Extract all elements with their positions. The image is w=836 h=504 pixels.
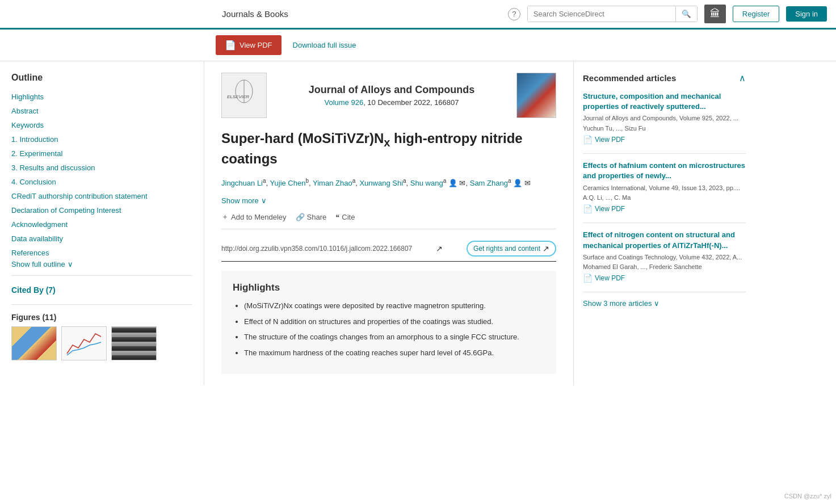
recommended-article-3: Effect of nitrogen content on structural… (583, 230, 746, 283)
sidebar-item-introduction[interactable]: 1. Introduction (11, 132, 192, 146)
chevron-down-icon: ∨ (68, 260, 73, 268)
quote-icon: ❝ (335, 213, 339, 221)
outline-title: Outline (11, 73, 192, 83)
search-button[interactable]: 🔍 (675, 6, 697, 22)
help-icon[interactable]: ? (508, 8, 520, 20)
rec-divider-1 (583, 153, 746, 154)
article-title: Super-hard (MoSiTiVZr)Nx high-entropy ni… (221, 129, 556, 167)
recommended-header: Recommended articles ∧ (583, 73, 746, 83)
highlight-item-4: The maximum hardness of the coating reac… (244, 347, 545, 359)
get-rights-link[interactable]: Get rights and content (473, 245, 540, 253)
view-pdf-button[interactable]: 📄 View PDF (216, 35, 282, 55)
right-panel: Recommended articles ∧ Structure, compos… (573, 61, 755, 385)
add-mendeley-link[interactable]: ＋ Add to Mendeley (221, 212, 287, 222)
journal-cover-image (517, 73, 556, 117)
get-rights-container: Get rights and content ↗ (467, 241, 556, 257)
rec-view-pdf-2[interactable]: 📄 View PDF (583, 204, 746, 213)
author-icons-shu: 👤 ✉ (448, 179, 466, 187)
subscript-x: x (384, 136, 390, 149)
svg-rect-0 (64, 328, 104, 359)
rec-article-authors-1: Yuchun Tu, ..., Sizu Fu (583, 124, 746, 133)
rec-article-journal-1: Journal of Alloys and Compounds, Volume … (583, 114, 746, 123)
doi-link[interactable]: http://doi.org.zzulib.vpn358.com/10.1016… (221, 245, 412, 253)
sidebar-item-conclusion[interactable]: 4. Conclusion (11, 175, 192, 189)
sidebar: Outline Highlights Abstract Keywords 1. … (0, 61, 204, 385)
main-layout: Outline Highlights Abstract Keywords 1. … (0, 61, 836, 385)
show-more-articles[interactable]: Show 3 more articles ∨ (583, 299, 746, 308)
show-more[interactable]: Show more ∨ (221, 196, 556, 205)
rights-external-icon: ↗ (543, 244, 549, 253)
download-full-issue-link[interactable]: Download full issue (293, 41, 356, 49)
highlight-item-1: (MoSiTiVZr)Nx coatings were deposited by… (244, 300, 545, 312)
sidebar-divider-2 (11, 304, 192, 305)
show-full-outline[interactable]: Show full outline ∨ (11, 260, 192, 268)
search-bar: 🔍 (527, 6, 698, 22)
rec-article-title-2[interactable]: Effects of hafnium content on microstruc… (583, 161, 746, 181)
share-link[interactable]: 🔗 Share (296, 213, 327, 221)
action-bar: ＋ Add to Mendeley 🔗 Share ❝ Cite (221, 212, 556, 229)
figure-thumbnail-3[interactable] (111, 326, 157, 360)
sidebar-item-data-availability[interactable]: Data availability (11, 232, 192, 246)
recommended-article-2: Effects of hafnium content on microstruc… (583, 161, 746, 213)
rec-divider-2 (583, 222, 746, 223)
share-icon: 🔗 (296, 213, 305, 221)
pdf-icon-red-2: 📄 (583, 204, 593, 213)
figure-thumbnail-1[interactable] (11, 326, 57, 360)
plus-icon: ＋ (221, 212, 229, 222)
svg-text:ELSEVIER: ELSEVIER (227, 94, 249, 99)
highlights-box: Highlights (MoSiTiVZr)Nx coatings were d… (221, 271, 556, 374)
authors: Jingchuan Lia, Yujie Chenb, Yiman Zhaoa,… (221, 177, 556, 190)
recommended-article-1: Structure, composition and mechanical pr… (583, 91, 746, 144)
rec-divider-3 (583, 292, 746, 292)
sidebar-item-references[interactable]: References (11, 246, 192, 260)
search-input[interactable] (528, 6, 675, 22)
author-sam[interactable]: Sam Zhang (470, 179, 508, 187)
elsevier-logo: ELSEVIER (221, 73, 267, 118)
author-xunwang[interactable]: Xunwang Shi (359, 179, 403, 187)
sidebar-item-experimental[interactable]: 2. Experimental (11, 146, 192, 161)
sidebar-item-acknowledgment[interactable]: Acknowledgment (11, 217, 192, 232)
author-shu[interactable]: Shu wang (410, 179, 443, 187)
rec-article-title-3[interactable]: Effect of nitrogen content on structural… (583, 230, 746, 250)
rec-article-authors-2: A.Q. Li, ..., C. Ma (583, 194, 746, 202)
pdf-icon-red-1: 📄 (583, 135, 593, 144)
highlight-item-3: The structure of the coatings changes fr… (244, 331, 545, 343)
pdf-bar: 📄 View PDF Download full issue (0, 30, 836, 61)
highlights-heading: Highlights (233, 282, 545, 293)
rec-article-title-1[interactable]: Structure, composition and mechanical pr… (583, 91, 746, 112)
journal-header: ELSEVIER Journal of Alloys and Compounds… (221, 73, 556, 118)
journals-books-link[interactable]: Journals & Books (222, 9, 288, 19)
rec-article-authors-3: Mohamed El Garah, ..., Frederic Sanchett… (583, 263, 746, 271)
author-yiman[interactable]: Yiman Zhao (313, 179, 352, 187)
rec-view-pdf-1[interactable]: 📄 View PDF (583, 135, 746, 144)
sidebar-item-highlights[interactable]: Highlights (11, 90, 192, 104)
cited-by-link[interactable]: Cited By (7) (11, 283, 192, 297)
volume-link[interactable]: Volume 926 (324, 98, 363, 107)
collapse-recommended-icon[interactable]: ∧ (739, 73, 746, 83)
cite-link[interactable]: ❝ Cite (335, 213, 355, 221)
institution-icon[interactable]: 🏛 (704, 5, 726, 23)
figure-thumbnail-2[interactable] (61, 326, 107, 360)
rec-article-journal-3: Surface and Coatings Technology, Volume … (583, 253, 746, 262)
signin-button[interactable]: Sign in (786, 6, 827, 22)
chevron-down-icon-show-more: ∨ (261, 196, 267, 205)
author-yujie[interactable]: Yujie Chen (270, 179, 306, 187)
sidebar-item-abstract[interactable]: Abstract (11, 104, 192, 118)
journal-volume: Volume 926, 10 December 2022, 166807 (278, 98, 505, 107)
sidebar-item-results[interactable]: 3. Results and discussion (11, 161, 192, 175)
author-icons-sam: 👤 ✉ (513, 179, 531, 187)
doi-bar: http://doi.org.zzulib.vpn358.com/10.1016… (221, 236, 556, 262)
sidebar-item-competing-interest[interactable]: Declaration of Competing Interest (11, 203, 192, 217)
rec-article-journal-2: Ceramics International, Volume 49, Issue… (583, 184, 746, 192)
sidebar-item-keywords[interactable]: Keywords (11, 118, 192, 132)
doi-external-icon: ↗ (436, 244, 443, 253)
sidebar-item-credit[interactable]: CRediT authorship contribution statement (11, 189, 192, 203)
main-content: ELSEVIER Journal of Alloys and Compounds… (204, 61, 573, 385)
register-button[interactable]: Register (733, 6, 779, 22)
top-navigation: Journals & Books ? 🔍 🏛 Register Sign in (0, 0, 836, 30)
pdf-icon-red-3: 📄 (583, 274, 593, 283)
author-jingchuan[interactable]: Jingchuan Li (221, 179, 263, 187)
figures-row (11, 326, 192, 360)
rec-view-pdf-3[interactable]: 📄 View PDF (583, 274, 746, 283)
chevron-down-icon-articles: ∨ (654, 299, 659, 308)
